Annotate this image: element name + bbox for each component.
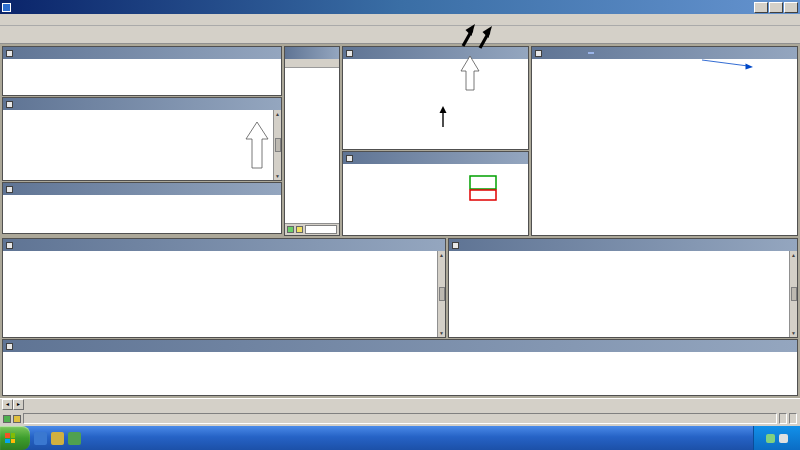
- window-icon: [535, 50, 542, 57]
- dom-header: [285, 59, 339, 68]
- window-chart3: [531, 46, 798, 236]
- toolbar: [0, 26, 800, 44]
- window-title-bar[interactable]: [3, 183, 281, 195]
- tabs-scroll-right-icon[interactable]: ►: [13, 399, 24, 410]
- price-chart[interactable]: [343, 164, 528, 235]
- window-title-bar[interactable]: [343, 152, 528, 164]
- os-taskbar: [0, 426, 800, 450]
- scrollbar[interactable]: ▲▼: [273, 110, 281, 180]
- tray-network-icon[interactable]: [766, 434, 775, 443]
- window-chartmid: [342, 151, 529, 236]
- quick-launch-browser-icon[interactable]: [34, 432, 47, 445]
- start-button[interactable]: [0, 426, 30, 450]
- data-status-icon: [13, 415, 21, 423]
- window-title-bar[interactable]: [449, 239, 797, 251]
- tray-volume-icon[interactable]: [779, 434, 788, 443]
- window-quotes: [2, 46, 282, 96]
- window-title-bar[interactable]: [3, 239, 445, 251]
- window-title-bar[interactable]: [532, 47, 797, 59]
- window-icon: [452, 242, 459, 249]
- window-stop-orders: [2, 339, 798, 396]
- window-icon: [6, 242, 13, 249]
- window-title-bar[interactable]: [3, 98, 281, 110]
- window-title-bar[interactable]: [3, 47, 281, 59]
- window-chart2: [342, 46, 529, 150]
- window-title-bar[interactable]: [343, 47, 528, 59]
- client-code-field[interactable]: [305, 225, 337, 234]
- buy-indicator-icon[interactable]: [287, 226, 294, 233]
- app-icon: [2, 3, 11, 12]
- window-dom: [284, 46, 340, 236]
- window-icon: [6, 101, 13, 108]
- window-icon: [6, 343, 13, 350]
- tabs-scroll-left-icon[interactable]: ◄: [2, 399, 13, 410]
- window-orders: ▲▼: [2, 238, 446, 338]
- minimize-button[interactable]: [754, 2, 768, 13]
- window-trades: ▲▼: [448, 238, 798, 338]
- quick-launch-explorer-icon[interactable]: [68, 432, 81, 445]
- window-limits: [2, 182, 282, 234]
- window-title-bar[interactable]: [3, 340, 797, 352]
- sell-indicator-icon[interactable]: [296, 226, 303, 233]
- window-icon: [346, 50, 353, 57]
- dom-footer: [285, 223, 339, 235]
- server-address: [779, 413, 787, 424]
- close-button[interactable]: [784, 2, 798, 13]
- window-positions: ▲▼: [2, 97, 282, 181]
- maximize-button[interactable]: [769, 2, 783, 13]
- sheet-tabs-bar: ◄ ►: [0, 398, 800, 411]
- window-icon: [346, 155, 353, 162]
- status-date: [789, 413, 797, 424]
- quick-launch-quik-icon[interactable]: [51, 432, 64, 445]
- status-bar: [0, 411, 800, 426]
- scrollbar[interactable]: ▲▼: [789, 251, 797, 337]
- connection-status-icon: [3, 415, 11, 423]
- server-time-text: [23, 413, 777, 424]
- candlestick-chart[interactable]: [343, 59, 528, 149]
- quik-application: ▲▼: [0, 0, 800, 450]
- menu-bar: [0, 14, 800, 26]
- scrollbar[interactable]: ▲▼: [437, 251, 445, 337]
- system-tray: [753, 426, 800, 450]
- window-icon: [6, 50, 13, 57]
- workspace: ▲▼: [0, 44, 800, 398]
- window-title-bar[interactable]: [285, 47, 339, 59]
- title-bar[interactable]: [0, 0, 800, 14]
- price-chart[interactable]: [532, 59, 797, 235]
- windows-logo-icon: [5, 433, 15, 443]
- window-icon: [6, 186, 13, 193]
